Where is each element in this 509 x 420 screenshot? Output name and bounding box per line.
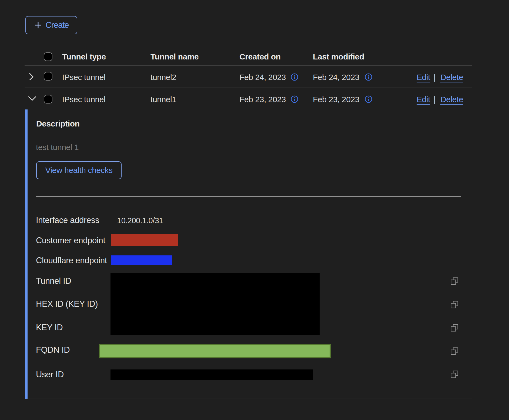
svg-text:i: i <box>368 96 370 102</box>
svg-text:i: i <box>294 96 296 102</box>
svg-text:i: i <box>294 74 296 80</box>
svg-text:i: i <box>368 74 370 80</box>
